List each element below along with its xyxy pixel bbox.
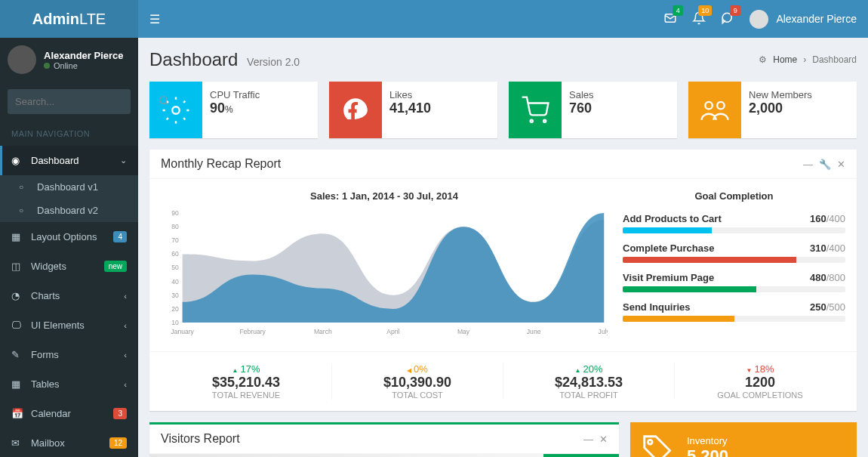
- desc-label: TOTAL REVENUE: [161, 391, 331, 400]
- svg-text:70: 70: [171, 236, 179, 244]
- info-box-label: Likes: [389, 89, 490, 100]
- svg-text:50: 50: [171, 264, 179, 271]
- search-input[interactable]: [8, 89, 149, 114]
- breadcrumb-home[interactable]: Home: [773, 54, 797, 65]
- svg-text:January: January: [171, 328, 194, 335]
- desc-value: $35,210.43: [161, 375, 331, 391]
- chevron-left-icon: ‹: [124, 380, 127, 389]
- progress-label: Visit Premium Page: [623, 272, 714, 283]
- sidebar-item-widgets[interactable]: ◫Widgetsnew: [0, 252, 138, 281]
- chat-badge: 9: [730, 5, 740, 16]
- progress-label: Add Products to Cart: [623, 213, 722, 224]
- sidebar-item-tables[interactable]: ▦Tables‹: [0, 369, 138, 399]
- progress-group: Complete Purchase 310/400: [623, 242, 845, 263]
- menu-badge: 4: [113, 231, 127, 242]
- menu-badge: 3: [113, 408, 127, 419]
- menu-badge: 12: [109, 437, 127, 449]
- cart-icon: [509, 82, 562, 138]
- svg-text:May: May: [457, 328, 470, 335]
- progress-group: Send Inquiries 250/500: [623, 301, 845, 322]
- menu-icon: ◫: [11, 261, 23, 272]
- svg-text:July: July: [599, 328, 608, 335]
- world-map[interactable]: [149, 454, 543, 457]
- visitors-title: Visitors Report: [161, 432, 240, 446]
- info-box-label: New Members: [749, 89, 849, 100]
- info-box-value: 760: [569, 100, 669, 116]
- svg-point-1: [160, 97, 167, 103]
- mail-icon[interactable]: 4: [663, 11, 677, 27]
- desc-pct: 17%: [161, 363, 331, 375]
- svg-point-5: [705, 101, 713, 109]
- progress-group: Add Products to Cart 160/400: [623, 213, 845, 233]
- info-box: New Members 2,000: [688, 82, 857, 138]
- sidebar-item-mailbox[interactable]: ✉Mailbox12: [0, 428, 138, 457]
- chart-title: Sales: 1 Jan, 2014 - 30 Jul, 2014: [161, 190, 608, 202]
- svg-text:March: March: [314, 328, 332, 335]
- svg-text:April: April: [386, 328, 399, 335]
- sidebar-item-layout-options[interactable]: ▦Layout Options4: [0, 222, 138, 252]
- sidebar-item-calendar[interactable]: 📅Calendar3: [0, 399, 138, 428]
- user-menu[interactable]: Alexander Pierce: [749, 10, 857, 29]
- sidebar-item-forms[interactable]: ✎Forms‹: [0, 340, 138, 369]
- sidebar-item-dashboard[interactable]: ◉Dashboard⌄: [0, 146, 138, 175]
- progress-value: 160/400: [810, 213, 845, 224]
- chevron-left-icon: ‹: [124, 321, 127, 330]
- sidebar-subitem[interactable]: Dashboard v1: [0, 175, 138, 199]
- desc-pct: 20%: [503, 363, 674, 375]
- goals-title: Goal Completion: [623, 190, 845, 202]
- progress-value: 250/500: [810, 301, 845, 313]
- avatar: [8, 45, 36, 74]
- close-button[interactable]: ✕: [837, 159, 845, 170]
- recap-title: Monthly Recap Report: [161, 157, 281, 171]
- chevron-left-icon: ‹: [124, 292, 127, 301]
- svg-point-4: [543, 119, 546, 122]
- svg-text:60: 60: [171, 250, 179, 258]
- user-name: Alexander Pierce: [776, 13, 857, 25]
- desc-label: TOTAL PROFIT: [503, 391, 674, 400]
- dashboard-icon: ⚙: [759, 54, 767, 65]
- progress-group: Visit Premium Page 480/800: [623, 272, 845, 292]
- sidebar-item-ui-elements[interactable]: 🖵UI Elements‹: [0, 310, 138, 340]
- tag-icon: [642, 434, 676, 457]
- sidebar: Alexander Pierce Online MAIN NAVIGATION …: [0, 0, 138, 457]
- chat-icon[interactable]: 9: [721, 11, 734, 27]
- desc-block: 18% 1200 GOAL COMPLETIONS: [675, 363, 845, 400]
- desc-value: $10,390.90: [332, 375, 503, 391]
- desc-block: 17% $35,210.43 TOTAL REVENUE: [161, 363, 332, 400]
- chevron-down-icon: ⌄: [120, 156, 127, 165]
- info-box: Likes 41,410: [329, 82, 497, 138]
- desc-label: TOTAL COST: [332, 391, 503, 400]
- breadcrumb: ⚙ Home › Dashboard: [759, 54, 857, 65]
- menu-icon: ✉: [11, 437, 23, 449]
- svg-point-6: [717, 101, 725, 109]
- close-button[interactable]: ✕: [599, 434, 608, 445]
- svg-text:10: 10: [171, 319, 179, 326]
- search-button[interactable]: [149, 89, 178, 114]
- mail-badge: 4: [673, 5, 683, 16]
- info-box-label: CPU Traffic: [210, 89, 310, 100]
- sidebar-subitem[interactable]: Dashboard v2: [0, 199, 138, 222]
- svg-point-3: [531, 119, 533, 122]
- svg-text:40: 40: [171, 277, 179, 285]
- sidebar-item-charts[interactable]: ◔Charts‹: [0, 281, 138, 310]
- svg-text:90: 90: [171, 209, 179, 217]
- settings-button[interactable]: 🔧: [819, 159, 831, 170]
- info-box-label: Sales: [569, 89, 669, 100]
- brand-logo[interactable]: AdminLTE: [0, 0, 138, 38]
- svg-text:30: 30: [171, 292, 179, 299]
- breadcrumb-current: Dashboard: [812, 54, 857, 65]
- menu-icon: 🖵: [11, 320, 23, 331]
- bell-icon[interactable]: 10: [692, 11, 706, 27]
- desc-value: $24,813.53: [503, 375, 674, 391]
- avatar: [749, 10, 768, 29]
- sidebar-toggle[interactable]: ☰: [149, 12, 160, 26]
- svg-text:February: February: [240, 328, 266, 335]
- menu-icon: ✎: [11, 349, 23, 360]
- members-icon: [688, 82, 741, 138]
- chevron-left-icon: ‹: [124, 350, 127, 360]
- info-box-value: 2,000: [749, 100, 849, 116]
- collapse-button[interactable]: —: [583, 434, 593, 445]
- info-box: Sales 760: [509, 82, 677, 138]
- desc-pct: 0%: [332, 363, 503, 375]
- collapse-button[interactable]: —: [803, 159, 813, 170]
